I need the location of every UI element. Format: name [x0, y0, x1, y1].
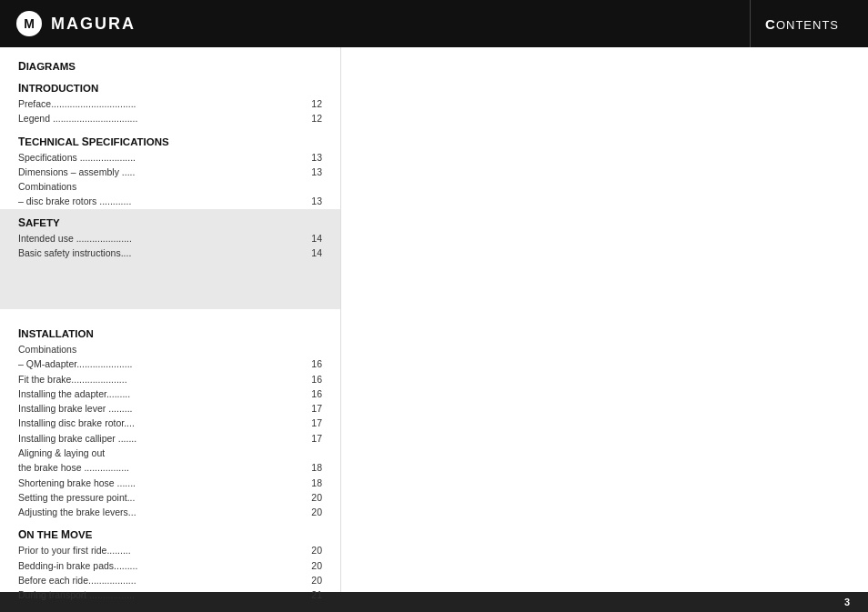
- toc-entry-setting-pressure: Setting the pressure point... 20: [18, 490, 322, 505]
- logo-text: MAGURA: [51, 15, 136, 34]
- toc-entry-installing-calliper: Installing brake calliper ....... 17: [18, 431, 322, 446]
- toc-title: Bedding-in brake pads.........: [18, 558, 304, 573]
- toc-entry-intended-use: Intended use ..................... 14: [18, 231, 322, 246]
- toc-title: Basic safety instructions....: [18, 246, 304, 260]
- toc-page: 16: [304, 386, 322, 401]
- section-heading-label: ON THE MOVE: [18, 529, 92, 540]
- toc-title: Adjusting the brake levers...: [18, 505, 304, 519]
- toc-title: Installing disc brake rotor....: [18, 416, 304, 430]
- toc-page: 13: [304, 165, 322, 179]
- toc-entry-fit-brake: Fit the brake..................... 16: [18, 372, 322, 386]
- toc-page: 17: [304, 431, 322, 446]
- toc-page: 14: [304, 231, 322, 246]
- toc-page: 12: [304, 111, 322, 125]
- toc-entry-combinations: Combinations: [18, 179, 322, 194]
- section-on-the-move: ON THE MOVE: [18, 528, 322, 541]
- toc-entry-legend: Legend ................................ …: [18, 111, 322, 125]
- section-heading-label: INTRODUCTION: [18, 83, 98, 94]
- toc-entry-aligning: Aligning & laying out: [18, 446, 322, 460]
- main-content: DIAGRAMS INTRODUCTION Preface...........…: [0, 47, 868, 592]
- toc-page: 16: [304, 356, 322, 371]
- toc-title: Prior to your first ride.........: [18, 543, 304, 557]
- toc-entry-basic-safety: Basic safety instructions.... 14: [18, 246, 322, 260]
- toc-entry-during-transport: During transport ................. 21: [18, 587, 322, 602]
- toc-page: 14: [304, 246, 322, 260]
- magura-logo-icon: M: [15, 9, 44, 38]
- toc-entry-brake-hose: the brake hose ................. 18: [18, 460, 322, 475]
- toc-page: [304, 179, 322, 194]
- toc-page: [304, 342, 322, 356]
- toc-title: Aligning & laying out: [18, 446, 304, 460]
- toc-entry-adjusting-levers: Adjusting the brake levers... 20: [18, 505, 322, 519]
- toc-entry-qm-adapter: – QM-adapter..................... 16: [18, 356, 322, 371]
- section-diagrams: DIAGRAMS: [18, 60, 322, 73]
- section-heading-label: TECHNICAL SPECIFICATIONS: [18, 136, 169, 147]
- toc-entry-bedding-in: Bedding-in brake pads......... 20: [18, 558, 322, 573]
- toc-entry-installing-lever: Installing brake lever ......... 17: [18, 401, 322, 416]
- toc-entry-first-ride: Prior to your first ride......... 20: [18, 543, 322, 557]
- toc-page: 17: [304, 416, 322, 430]
- toc-title: Intended use .....................: [18, 231, 304, 246]
- toc-page: 13: [304, 194, 322, 208]
- toc-page: 20: [304, 490, 322, 505]
- section-safety-bg: SAFETY Intended use ....................…: [0, 209, 340, 310]
- toc-page: 17: [304, 401, 322, 416]
- toc-entry-before-each-ride: Before each ride.................. 20: [18, 573, 322, 587]
- header: M MAGURA CONTENTS: [0, 0, 868, 47]
- toc-page: 20: [304, 505, 322, 519]
- section-heading-label: INSTALLATION: [18, 328, 94, 339]
- toc-page: 21: [304, 587, 322, 602]
- toc-page: 20: [304, 558, 322, 573]
- toc-page: 20: [304, 543, 322, 557]
- toc-title: Installing the adapter.........: [18, 386, 304, 401]
- section-heading-label: DIAGRAMS: [18, 61, 76, 72]
- toc-page: [304, 446, 322, 460]
- toc-entry-combinations2: Combinations: [18, 342, 322, 356]
- toc-title: Dimensions – assembly .....: [18, 165, 304, 179]
- toc-title: Installing brake lever .........: [18, 401, 304, 416]
- right-panel: [340, 47, 868, 592]
- toc-title: Fit the brake.....................: [18, 372, 304, 386]
- section-installation: INSTALLATION: [18, 327, 322, 340]
- toc-page: 13: [304, 150, 322, 165]
- toc-entry-installing-rotor: Installing disc brake rotor.... 17: [18, 416, 322, 430]
- toc-title: During transport .................: [18, 587, 304, 602]
- page-number: 3: [844, 597, 850, 607]
- toc-title: Preface................................: [18, 96, 304, 111]
- toc-title: Combinations: [18, 179, 304, 194]
- logo-area: M MAGURA: [15, 9, 136, 38]
- toc-entry-disc-brake-rotors: – disc brake rotors ............ 13: [18, 194, 322, 208]
- toc-title: Combinations: [18, 342, 304, 356]
- section-tech-specs: TECHNICAL SPECIFICATIONS: [18, 135, 322, 148]
- toc-title: – QM-adapter.....................: [18, 356, 304, 371]
- svg-text:M: M: [24, 16, 35, 31]
- toc-entry-preface: Preface................................ …: [18, 96, 322, 111]
- toc-title: Shortening brake hose .......: [18, 476, 304, 490]
- contents-label: CONTENTS: [765, 16, 839, 32]
- contents-tab: CONTENTS: [750, 0, 853, 47]
- toc-title: – disc brake rotors ............: [18, 194, 304, 208]
- toc-panel: DIAGRAMS INTRODUCTION Preface...........…: [0, 47, 340, 592]
- toc-page: 18: [304, 476, 322, 490]
- section-heading-label: SAFETY: [18, 217, 60, 228]
- section-introduction: INTRODUCTION: [18, 82, 322, 95]
- toc-entry-dimensions: Dimensions – assembly ..... 13: [18, 165, 322, 179]
- toc-title: Legend ................................: [18, 111, 304, 125]
- toc-title: the brake hose .................: [18, 460, 304, 475]
- toc-page: 12: [304, 96, 322, 111]
- toc-title: Before each ride..................: [18, 573, 304, 587]
- toc-page: 16: [304, 372, 322, 386]
- toc-entry-installing-adapter: Installing the adapter......... 16: [18, 386, 322, 401]
- section-safety: SAFETY: [18, 216, 322, 229]
- toc-title: Setting the pressure point...: [18, 490, 304, 505]
- toc-page: 20: [304, 573, 322, 587]
- toc-title: Specifications .....................: [18, 150, 304, 165]
- toc-title: Installing brake calliper .......: [18, 431, 304, 446]
- toc-entry-specifications: Specifications ..................... 13: [18, 150, 322, 165]
- toc-page: 18: [304, 460, 322, 475]
- toc-entry-shortening-hose: Shortening brake hose ....... 18: [18, 476, 322, 490]
